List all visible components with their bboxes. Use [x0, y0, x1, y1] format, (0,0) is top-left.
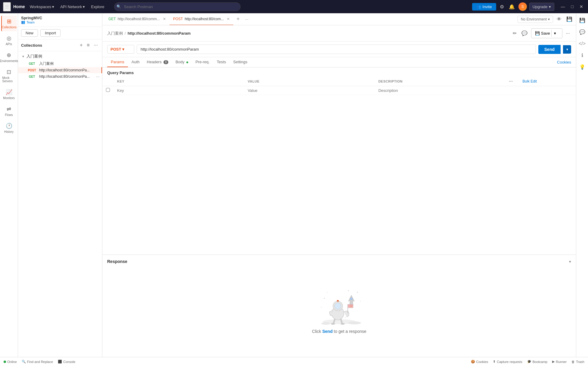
- runner-label: Runner: [556, 360, 567, 364]
- env-label: No Environment: [521, 17, 547, 21]
- avatar[interactable]: S: [518, 2, 527, 11]
- workspaces-nav[interactable]: Workspaces▾: [27, 3, 57, 10]
- new-button[interactable]: New: [21, 29, 38, 37]
- tab-more-button[interactable]: ···: [243, 17, 251, 21]
- status-online[interactable]: Online: [4, 360, 17, 364]
- tab-tests[interactable]: Tests: [213, 57, 229, 67]
- find-replace-item[interactable]: 🔍 Find and Replace: [22, 360, 53, 364]
- collection-tree: ▼ 入门案例 GET 入门案例 POST http://localhost:80…: [18, 51, 102, 357]
- cookies-item[interactable]: 🍪 Cookies: [471, 360, 488, 364]
- params-area: Query Params KEY VALUE DESCRIPTION ··· B…: [102, 67, 576, 255]
- search-input[interactable]: [114, 2, 241, 11]
- info-right-icon[interactable]: ℹ: [580, 51, 585, 60]
- invite-button[interactable]: 👥Invite: [472, 3, 496, 11]
- notifications-icon[interactable]: 🔔: [508, 3, 516, 11]
- menu-icon[interactable]: ☰: [3, 2, 11, 11]
- capture-requests-item[interactable]: ⬆ Capture requests: [493, 360, 522, 364]
- mock-servers-icon: ⊡: [7, 69, 11, 75]
- close-button[interactable]: ✕: [578, 4, 585, 10]
- bootcamp-item[interactable]: 🎓 Bootcamp: [527, 360, 548, 364]
- trash-item[interactable]: 🗑 Trash: [571, 360, 584, 364]
- explore-nav[interactable]: Explore: [89, 3, 107, 10]
- svg-point-7: [334, 303, 341, 309]
- collection-item[interactable]: ▼ 入门案例: [18, 52, 102, 60]
- add-tab-button[interactable]: +: [233, 16, 243, 22]
- topbar-nav: Workspaces▾ API Network▾ Explore: [27, 3, 107, 10]
- more-options-button[interactable]: ···: [565, 30, 571, 37]
- lightbulb-right-icon[interactable]: 💡: [577, 62, 587, 72]
- tab-get[interactable]: GET http://localhost:80/comm... ✕: [105, 13, 170, 25]
- sidebar-item-collections[interactable]: ⊞ Collections: [1, 16, 17, 31]
- tab-headers[interactable]: Headers 8: [143, 57, 172, 67]
- tab-settings[interactable]: Settings: [229, 57, 251, 67]
- monitors-label: Monitors: [3, 96, 14, 100]
- search-bar[interactable]: [114, 2, 241, 11]
- console-item[interactable]: ⬛ Console: [58, 360, 75, 364]
- tree-item-get-common[interactable]: GET http://localhost:80/commonPa... ···: [18, 73, 102, 80]
- tab-body[interactable]: Body: [172, 57, 192, 67]
- svg-point-18: [327, 292, 328, 292]
- minimize-button[interactable]: —: [559, 4, 567, 10]
- tab-params[interactable]: Params: [107, 57, 128, 67]
- breadcrumb-sep: /: [125, 31, 126, 36]
- env-select[interactable]: No Environment ▾: [518, 16, 553, 23]
- sidebar-item-environments[interactable]: ⊕ Environments: [1, 49, 17, 65]
- bulk-edit-button[interactable]: Bulk Edit: [520, 79, 539, 84]
- sidebar-icons: ⊞ Collections ◎ APIs ⊕ Environments ⊡ Mo…: [0, 13, 18, 357]
- save-dropdown-arrow[interactable]: ▾: [551, 30, 558, 37]
- upgrade-button[interactable]: Upgrade▾: [529, 3, 554, 11]
- row-checkbox[interactable]: [106, 88, 110, 92]
- tab-auth[interactable]: Auth: [128, 57, 143, 67]
- description-input[interactable]: [378, 88, 502, 93]
- breadcrumb-collection[interactable]: 入门案例: [107, 31, 123, 36]
- sidebar-item-mock-servers[interactable]: ⊡ Mock Servers: [1, 66, 17, 85]
- save-right-icon[interactable]: 💾: [577, 16, 587, 25]
- tab-close-icon2[interactable]: ✕: [227, 17, 230, 21]
- key-input[interactable]: [117, 88, 241, 93]
- right-sidebar: 💾 💬 </> ℹ 💡: [576, 13, 588, 357]
- method-select[interactable]: POST ▾: [107, 45, 134, 54]
- sidebar-item-history[interactable]: 🕐 History: [1, 120, 17, 136]
- trash-label: Trash: [576, 360, 584, 364]
- sidebar-item-apis[interactable]: ◎ APIs: [1, 33, 17, 48]
- value-input[interactable]: [248, 88, 371, 93]
- comment-icon[interactable]: 💬: [520, 30, 529, 37]
- tab-prereq[interactable]: Pre-req.: [192, 57, 213, 67]
- add-collection-button[interactable]: +: [79, 42, 84, 48]
- restore-button[interactable]: □: [569, 4, 575, 10]
- edit-icon[interactable]: ✏: [512, 30, 518, 37]
- sidebar-item-monitors[interactable]: 📈 Monitors: [1, 86, 17, 102]
- more-icon: ···: [96, 74, 100, 79]
- tree-item-name: 入门案例: [39, 61, 100, 66]
- collections-label: Collections: [2, 26, 17, 29]
- code-right-icon[interactable]: </>: [577, 39, 587, 48]
- tab-close-icon[interactable]: ✕: [163, 17, 166, 21]
- tree-item-post-common[interactable]: POST http://localhost:80/commonPa...: [18, 67, 102, 73]
- find-replace-icon: 🔍: [22, 360, 26, 364]
- sidebar-item-flows[interactable]: ⇌ Flows: [1, 103, 17, 119]
- save-env-icon[interactable]: 💾: [565, 16, 574, 23]
- home-link[interactable]: Home: [13, 4, 25, 9]
- import-button[interactable]: Import: [40, 29, 61, 37]
- console-icon: ⬛: [58, 360, 62, 364]
- runner-item[interactable]: ▶ Runner: [552, 360, 567, 364]
- main-content: GET http://localhost:80/comm... ✕ POST h…: [102, 13, 576, 357]
- env-settings-icon[interactable]: 👁: [555, 16, 563, 23]
- comment-right-icon[interactable]: 💬: [577, 27, 587, 37]
- filter-icon[interactable]: ≡: [86, 42, 91, 48]
- response-chevron-icon[interactable]: ▾: [569, 259, 571, 264]
- tree-item-get-intro[interactable]: GET 入门案例: [18, 60, 102, 67]
- more-options-icon[interactable]: ···: [93, 42, 99, 48]
- api-network-nav[interactable]: API Network▾: [58, 3, 87, 10]
- send-dropdown-button[interactable]: ▾: [563, 45, 571, 54]
- cookies-link[interactable]: Cookies: [557, 60, 571, 64]
- topbar-right: 👥Invite ⚙ 🔔 S Upgrade▾ — □ ✕: [472, 2, 585, 11]
- url-input[interactable]: [137, 45, 536, 54]
- save-button[interactable]: 💾 Save ▾: [531, 28, 562, 38]
- tab-post[interactable]: POST http://localhost:80/com... ✕: [170, 13, 234, 25]
- col-more-icon[interactable]: ···: [509, 79, 513, 84]
- method-get-badge2: GET: [26, 75, 37, 79]
- settings-icon[interactable]: ⚙: [499, 3, 505, 11]
- svg-point-1: [348, 321, 361, 324]
- send-button[interactable]: Send: [538, 45, 561, 54]
